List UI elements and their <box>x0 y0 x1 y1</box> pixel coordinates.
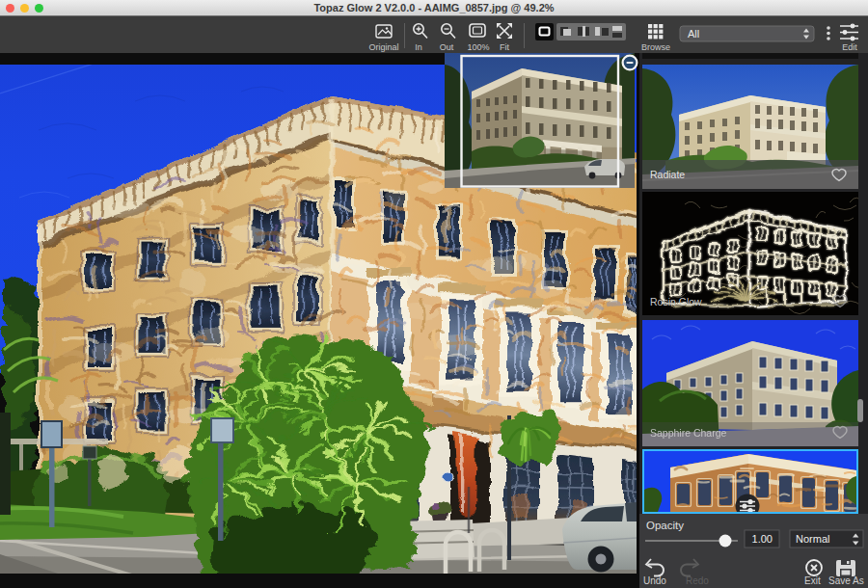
svg-text:Sapphire Charge: Sapphire Charge <box>650 427 727 439</box>
svg-text:All: All <box>688 28 699 40</box>
svg-text:1.00: 1.00 <box>752 533 773 545</box>
svg-text:Radiate: Radiate <box>650 169 685 180</box>
svg-text:Normal: Normal <box>796 533 829 545</box>
svg-text:Rosin Glow: Rosin Glow <box>650 296 702 307</box>
